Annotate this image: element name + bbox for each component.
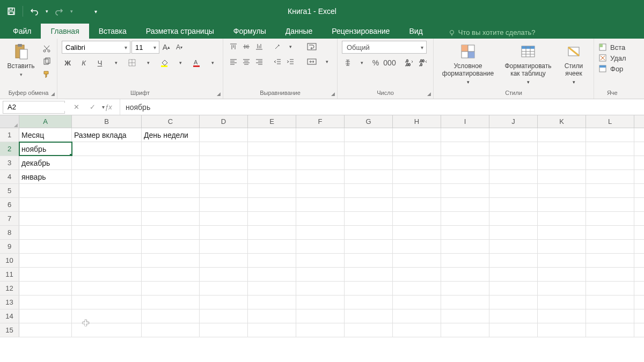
cell-L12[interactable] [586, 282, 634, 295]
cell-C2[interactable] [142, 142, 200, 156]
row-header-12[interactable]: 12 [0, 282, 19, 295]
cell-D10[interactable] [200, 254, 248, 267]
cell-L2[interactable] [586, 142, 634, 156]
align-top-button[interactable] [228, 41, 239, 53]
cell-I9[interactable] [441, 240, 489, 253]
cancel-formula-icon[interactable]: ✕ [70, 101, 82, 113]
increase-indent-button[interactable] [284, 56, 296, 68]
align-left-button[interactable] [228, 56, 239, 68]
cell-H5[interactable] [393, 184, 441, 197]
cell-K2[interactable] [538, 142, 586, 156]
cell-H12[interactable] [393, 282, 441, 295]
formula-input[interactable] [120, 99, 644, 115]
tab-data[interactable]: Данные [276, 24, 323, 39]
cell-A7[interactable] [19, 212, 72, 225]
font-size-input[interactable] [132, 41, 150, 53]
cell-C11[interactable] [142, 268, 200, 281]
cell-I5[interactable] [441, 184, 489, 197]
cell-G9[interactable] [345, 240, 393, 253]
conditional-formatting-button[interactable]: Условное форматирование▾ [438, 41, 498, 85]
enter-formula-icon[interactable]: ✓ [86, 101, 98, 113]
col-header-I[interactable]: I [441, 115, 489, 128]
cell-H8[interactable] [393, 226, 441, 239]
cell-A6[interactable] [19, 198, 72, 211]
increase-decimal-button[interactable]: .0.00 [403, 57, 415, 69]
align-bottom-button[interactable] [253, 41, 265, 53]
cell-A13[interactable] [19, 295, 72, 309]
delete-cells-button[interactable]: Удал [598, 54, 626, 62]
cell-I11[interactable] [441, 268, 489, 281]
cell-C8[interactable] [142, 226, 200, 239]
cell-H2[interactable] [393, 142, 441, 156]
cell-L10[interactable] [586, 254, 634, 267]
cell-E7[interactable] [248, 212, 296, 225]
cell-J4[interactable] [489, 170, 538, 183]
cell-G12[interactable] [345, 282, 393, 295]
number-format-combo[interactable]: Общий ▾ [342, 41, 427, 54]
cell-F14[interactable] [296, 309, 345, 323]
cell-H11[interactable] [393, 268, 441, 281]
cell-H9[interactable] [393, 240, 441, 253]
cell-I10[interactable] [441, 254, 489, 267]
cell-D6[interactable] [200, 198, 248, 211]
tab-formulas[interactable]: Формулы [224, 24, 276, 39]
cell-A10[interactable] [19, 254, 72, 267]
cell-A2[interactable]: ноябрь [19, 142, 72, 156]
tab-page-layout[interactable]: Разметка страницы [136, 24, 224, 39]
row-header-7[interactable]: 7 [0, 212, 19, 225]
select-all-corner[interactable] [0, 115, 19, 128]
cell-J7[interactable] [489, 212, 538, 225]
cell-I6[interactable] [441, 198, 489, 211]
cell-D13[interactable] [200, 295, 248, 309]
row-header-15[interactable]: 15 [0, 323, 19, 337]
font-name-combo[interactable]: ▾ [62, 41, 130, 54]
cell-A9[interactable] [19, 240, 72, 253]
cell-J12[interactable] [489, 282, 538, 295]
cell-K5[interactable] [538, 184, 586, 197]
cell-F3[interactable] [296, 156, 345, 169]
cell-E3[interactable] [248, 156, 296, 169]
cell-J2[interactable] [489, 142, 538, 156]
col-header-J[interactable]: J [489, 115, 538, 128]
orientation-dropdown-icon[interactable]: ▾ [284, 41, 296, 53]
cell-H13[interactable] [393, 295, 441, 309]
number-dialog-launcher-icon[interactable]: ◢ [427, 91, 431, 97]
cell-K4[interactable] [538, 170, 586, 183]
cell-L6[interactable] [586, 198, 634, 211]
cell-A15[interactable] [19, 323, 72, 337]
cell-J13[interactable] [489, 295, 538, 309]
cell-A8[interactable] [19, 226, 72, 239]
orientation-button[interactable] [272, 41, 283, 53]
tab-review[interactable]: Рецензирование [322, 24, 399, 39]
cell-E4[interactable] [248, 170, 296, 183]
merge-dropdown-icon[interactable]: ▾ [321, 56, 333, 68]
cell-D7[interactable] [200, 212, 248, 225]
cell-B5[interactable] [72, 184, 142, 197]
paste-button[interactable]: Вставить ▾ [4, 41, 38, 77]
redo-dropdown-icon[interactable]: ▾ [68, 4, 75, 18]
cell-D5[interactable] [200, 184, 248, 197]
cell-H4[interactable] [393, 170, 441, 183]
cell-D2[interactable] [200, 142, 248, 156]
cell-A5[interactable] [19, 184, 72, 197]
row-header-14[interactable]: 14 [0, 309, 19, 323]
borders-button[interactable] [126, 57, 138, 69]
cell-E12[interactable] [248, 282, 296, 295]
cell-F12[interactable] [296, 282, 345, 295]
undo-dropdown-icon[interactable]: ▾ [43, 4, 50, 18]
cell-K13[interactable] [538, 295, 586, 309]
cell-C7[interactable] [142, 212, 200, 225]
cell-B13[interactable] [72, 295, 142, 309]
col-header-L[interactable]: L [586, 115, 634, 128]
cell-J10[interactable] [489, 254, 538, 267]
cell-E13[interactable] [248, 295, 296, 309]
cell-I2[interactable] [441, 142, 489, 156]
cell-A4[interactable]: январь [19, 170, 72, 183]
wrap-text-button[interactable] [304, 41, 320, 53]
cell-L3[interactable] [586, 156, 634, 169]
underline-button[interactable]: Ч [94, 57, 106, 69]
cell-J3[interactable] [489, 156, 538, 169]
cell-L13[interactable] [586, 295, 634, 309]
accounting-format-button[interactable] [342, 57, 354, 69]
cell-K8[interactable] [538, 226, 586, 239]
